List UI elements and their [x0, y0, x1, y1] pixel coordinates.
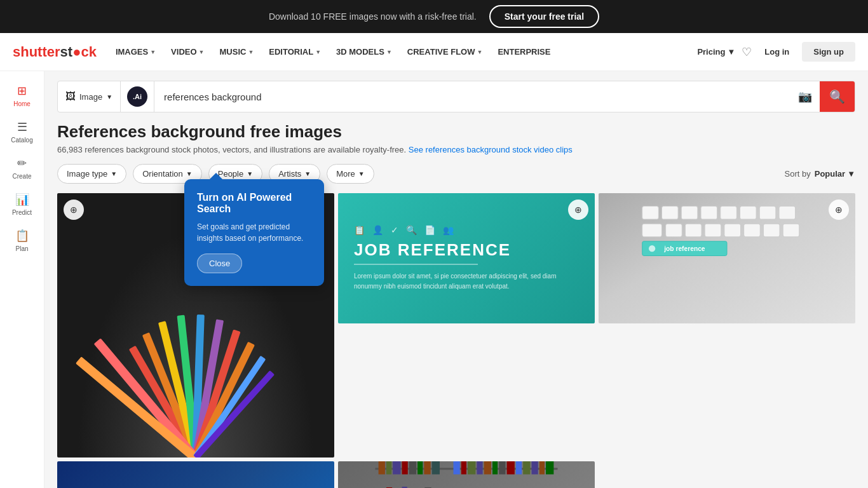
search-type-selector[interactable]: 🖼 Image ▼ [58, 81, 121, 112]
svg-rect-41 [424, 461, 430, 475]
favorites-icon[interactable]: ♡ [742, 45, 752, 59]
header: shutterst●ck IMAGES ▼ VIDEO ▼ MUSIC ▼ ED… [0, 33, 868, 71]
svg-rect-24 [724, 224, 741, 237]
search-input[interactable] [154, 92, 790, 102]
svg-rect-22 [685, 224, 702, 237]
sidebar-item-home[interactable]: ⊞ Home [0, 78, 44, 114]
filter-image-type[interactable]: Image type ▼ [57, 164, 126, 184]
svg-rect-12 [642, 207, 659, 220]
svg-rect-63 [468, 461, 475, 475]
chevron-down-icon: ▼ [727, 47, 735, 57]
svg-rect-71 [532, 461, 538, 475]
logo-text: shutterst●ck [13, 44, 97, 60]
sidebar-item-plan[interactable]: 📋 Plan [0, 222, 44, 259]
chevron-down-icon: ▼ [386, 49, 392, 55]
svg-rect-19 [779, 207, 796, 220]
ai-tooltip: Turn on AI Powered Search Set goals and … [184, 179, 324, 286]
ai-tooltip-desc: Set goals and get predicted insights bas… [197, 221, 311, 244]
image-type-icon: 🖼 [65, 91, 76, 102]
ai-tooltip-title: Turn on AI Powered Search [197, 192, 311, 215]
search-bar: 🖼 Image ▼ .Ai 📷 🔍 [57, 81, 855, 112]
svg-rect-68 [507, 461, 515, 475]
svg-rect-67 [499, 461, 505, 475]
pricing-link[interactable]: Pricing ▼ [697, 47, 735, 57]
svg-rect-27 [783, 224, 799, 237]
video-clips-link[interactable]: See references background stock video cl… [409, 145, 573, 154]
filter-bar: Image type ▼ Orientation ▼ People ▼ Arti… [57, 164, 855, 184]
logo[interactable]: shutterst●ck [13, 44, 97, 60]
zoom-button[interactable]: ⊕ [64, 200, 84, 220]
svg-rect-69 [516, 461, 522, 475]
svg-rect-37 [393, 461, 400, 475]
svg-rect-42 [432, 461, 440, 475]
zoom-button[interactable]: ⊕ [829, 200, 849, 220]
ai-search-toggle[interactable]: .Ai [121, 81, 154, 112]
svg-text:job reference: job reference [663, 245, 705, 252]
svg-rect-72 [539, 461, 545, 475]
chevron-down-icon: ▼ [315, 49, 321, 55]
nav-3d-models[interactable]: 3D MODELS ▼ [330, 43, 398, 60]
svg-rect-23 [705, 224, 721, 237]
svg-rect-39 [409, 461, 416, 475]
chevron-down-icon: ▼ [111, 170, 117, 177]
trial-button[interactable]: Start your free trial [489, 5, 599, 28]
nav-video[interactable]: VIDEO ▼ [165, 43, 210, 60]
login-button[interactable]: Log in [758, 43, 796, 60]
chevron-down-icon: ▼ [847, 169, 855, 179]
banner-text: Download 10 FREE images now with a risk-… [269, 11, 477, 22]
svg-rect-14 [681, 207, 698, 220]
image-card-keyboard: job reference ⊕ [599, 193, 855, 323]
svg-rect-73 [546, 461, 553, 475]
top-banner: Download 10 FREE images now with a risk-… [0, 0, 868, 33]
svg-rect-17 [740, 207, 757, 220]
nav-editorial[interactable]: EDITORIAL ▼ [262, 43, 327, 60]
svg-rect-21 [666, 224, 682, 237]
ai-badge: .Ai [127, 86, 147, 107]
plan-icon: 📋 [15, 229, 29, 243]
image-card-bookshelf: ⊕ [338, 461, 595, 488]
chevron-down-icon: ▼ [358, 170, 365, 177]
signup-button[interactable]: Sign up [802, 42, 855, 62]
zoom-button[interactable]: ⊕ [568, 200, 588, 220]
header-right: Pricing ▼ ♡ Log in Sign up [697, 42, 855, 62]
image-search-button[interactable]: 📷 [790, 90, 820, 104]
nav-creative-flow[interactable]: CREATIVE FLOW ▼ [401, 43, 489, 60]
image-card-job-reference: 📋 👤 ✓ 🔍 📄 👥 JOB REFERENCE Lorem ipsum do… [338, 193, 595, 323]
svg-rect-36 [386, 461, 391, 475]
sidebar-item-catalog[interactable]: ☰ Catalog [0, 114, 44, 150]
search-submit-button[interactable]: 🔍 [820, 81, 855, 112]
job-ref-body: Lorem ipsum dolor sit amet, si pie conse… [354, 271, 557, 292]
svg-rect-62 [461, 461, 466, 475]
svg-point-30 [649, 245, 655, 252]
main-nav: IMAGES ▼ VIDEO ▼ MUSIC ▼ EDITORIAL ▼ 3D … [109, 43, 691, 60]
ai-tooltip-close-button[interactable]: Close [197, 254, 242, 273]
catalog-icon: ☰ [17, 120, 27, 134]
svg-rect-40 [417, 461, 423, 475]
predict-icon: 📊 [15, 193, 29, 207]
svg-rect-70 [523, 461, 530, 475]
svg-rect-15 [701, 207, 717, 220]
job-ref-title: JOB REFERENCE [354, 240, 511, 260]
svg-rect-25 [744, 224, 761, 237]
nav-music[interactable]: MUSIC ▼ [214, 43, 261, 60]
create-icon: ✏ [17, 156, 27, 170]
nav-images[interactable]: IMAGES ▼ [109, 43, 162, 60]
svg-rect-64 [477, 461, 482, 475]
svg-rect-26 [763, 224, 780, 237]
sort-dropdown[interactable]: Popular ▼ [815, 169, 855, 179]
search-icon: 🔍 [829, 89, 845, 104]
svg-rect-20 [642, 224, 662, 237]
svg-rect-13 [662, 207, 679, 220]
image-grid: ⊕ 📋 👤 ✓ 🔍 📄 👥 JOB REFERENCE Lorem ipsum [57, 193, 855, 488]
filter-more[interactable]: More ▼ [327, 164, 374, 184]
svg-rect-38 [402, 461, 408, 475]
svg-rect-18 [759, 207, 776, 220]
chevron-down-icon: ▼ [106, 93, 112, 100]
sidebar-item-predict[interactable]: 📊 Predict [0, 186, 44, 222]
chevron-down-icon: ▼ [186, 170, 193, 177]
image-card-quote-blue: ●●● QUOTE vehicula rhoncus. Nunc euismod… [57, 461, 334, 488]
sort-label: Sort by [785, 169, 811, 179]
sidebar-item-create[interactable]: ✏ Create [0, 150, 44, 186]
chevron-down-icon: ▼ [247, 170, 253, 177]
nav-enterprise[interactable]: ENTERPRISE [491, 43, 557, 60]
